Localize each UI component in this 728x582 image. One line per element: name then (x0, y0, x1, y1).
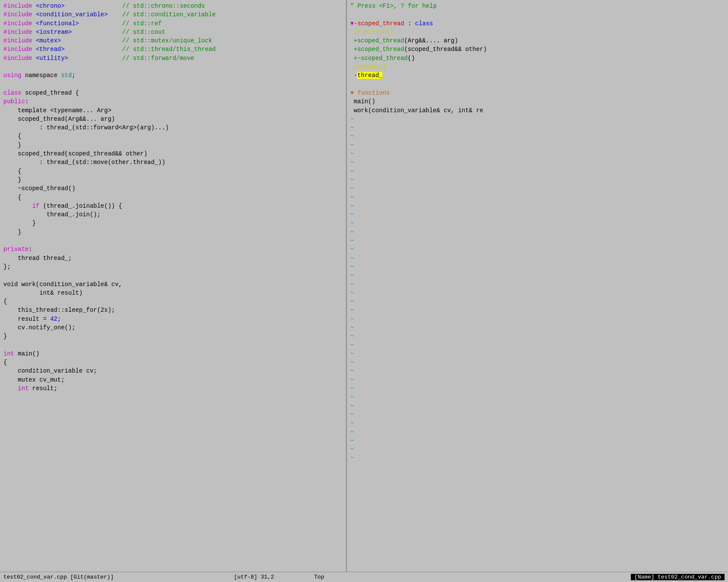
keyword: private (3, 246, 29, 253)
code-line: this_thread::sleep_for(2s); (3, 306, 343, 314)
tilde-line: ~ (350, 306, 725, 314)
code-line: }; (3, 263, 343, 271)
keyword: #include (3, 55, 36, 62)
right-pane[interactable]: " Press <F1>, ? for help ▼-scoped_thread… (347, 0, 728, 572)
keyword: using (3, 72, 21, 79)
code-line: } (3, 228, 343, 236)
code-line: #include <thread> // std::thread/this_th… (3, 45, 343, 54)
tilde-line: ~ (350, 393, 725, 401)
left-pane[interactable]: #include <chrono> // std::chrono::second… (0, 0, 347, 572)
include-file: <mutex> (36, 37, 61, 44)
tilde-line: ~ (350, 184, 725, 193)
include-file: <condition_variable> (36, 11, 108, 18)
function-main: main() (350, 97, 725, 106)
code-line: #include <iostream> // std::cout (3, 28, 343, 36)
tilde-line: ~ (350, 341, 725, 349)
tilde-line: ~ (350, 289, 725, 297)
comment: // std::forward/move (68, 55, 194, 62)
tilde-line: ~ (350, 158, 725, 167)
code-line (350, 80, 725, 89)
status-position: Top (314, 574, 324, 580)
code-line: public: (3, 97, 343, 106)
keyword: #include (3, 29, 36, 36)
code-line: } (3, 332, 343, 340)
keyword: int (18, 385, 29, 392)
code-line: scoped_thread(scoped_thread&& other) (3, 149, 343, 158)
include-file: <chrono> (36, 3, 65, 9)
status-encoding: [utf-8] 31,2 (234, 574, 274, 580)
namespace-name: std (61, 72, 72, 79)
status-right: [Name] test02_cond_var.cpp (631, 574, 725, 580)
include-file: <utility> (36, 55, 69, 62)
code-line: { (3, 132, 343, 140)
code-line: #include <chrono> // std::chrono::second… (3, 2, 343, 10)
keyword: #include (3, 46, 36, 53)
code-line: { (3, 358, 343, 367)
functions-header: ▼ functions (350, 89, 725, 97)
code-line: } (3, 141, 343, 149)
keyword: class (3, 90, 21, 96)
code-line: : thread_(std::forward<Arg>(arg)...) (3, 123, 343, 132)
code-line: thread_.join(); (3, 210, 343, 219)
code-line: mutex cv_mut; (3, 376, 343, 384)
include-file: <iostream> (36, 29, 72, 36)
function-work: work(condition_variable& cv, int& re (350, 106, 725, 115)
tilde-line: ~ (350, 210, 725, 219)
code-line (3, 341, 343, 349)
tilde-line: ~ (350, 367, 725, 375)
code-line: #include <utility> // std::forward/move (3, 54, 343, 63)
editor-container: #include <chrono> // std::chrono::second… (0, 0, 728, 572)
code-line: } (3, 219, 343, 227)
tree-destructor: +~scoped_thread() (350, 54, 725, 63)
tilde-line: ~ (350, 132, 725, 140)
status-bar: test02_cond_var.cpp [Git(master)] [utf-8… (0, 572, 728, 582)
code-line: private: (3, 245, 343, 254)
tilde-line: ~ (350, 349, 725, 358)
tilde-line: ~ (350, 402, 725, 410)
code-line: } (3, 176, 343, 184)
code-line (3, 271, 343, 280)
tilde-line: ~ (350, 419, 725, 427)
keyword: #include (3, 11, 36, 18)
code-line: void work(condition_variable& cv, (3, 280, 343, 289)
tilde-line: ~ (350, 454, 725, 462)
tilde-line: ~ (350, 436, 725, 445)
code-line: #include <functional> // std::ref (3, 19, 343, 28)
code-line (3, 236, 343, 245)
code-line: result = 42; (3, 315, 343, 323)
code-line: int& result) (3, 289, 343, 297)
tree-member-thread: -thread_ (350, 71, 725, 80)
tilde-line: ~ (350, 219, 725, 227)
tilde-line: ~ (350, 236, 725, 245)
code-line (3, 63, 343, 71)
number-literal: 42 (50, 316, 57, 322)
tree-members-bracket: [members] (350, 63, 725, 71)
code-line: scoped_thread(Arg&&... arg) (3, 115, 343, 123)
tree-constructor1: +scoped_thread(Arg&&.... arg) (350, 36, 725, 45)
code-line: template <typename... Arg> (3, 106, 343, 115)
help-line: " Press <F1>, ? for help (350, 2, 725, 10)
tree-functions-bracket: [functions] (350, 28, 725, 36)
code-line: cv.notify_one(); (3, 323, 343, 332)
tilde-line: ~ (350, 332, 725, 340)
code-line: using namespace std; (3, 71, 343, 80)
tilde-line: ~ (350, 323, 725, 332)
code-line: #include <mutex> // std::mutex/unique_lo… (3, 36, 343, 45)
code-line: thread thread_; (3, 254, 343, 263)
tilde-line: ~ (350, 254, 725, 263)
include-file: <functional> (36, 20, 79, 27)
comment: // std::cout (72, 29, 165, 36)
tilde-line: ~ (350, 141, 725, 149)
status-file: test02_cond_var.cpp [Git(master)] (3, 574, 113, 580)
keyword: #include (3, 20, 36, 27)
code-line: if (thread_.joinable()) { (3, 202, 343, 210)
tilde-line: ~ (350, 149, 725, 158)
code-line: : thread_(std::move(other.thread_)) (3, 158, 343, 167)
code-line (350, 10, 725, 19)
tilde-line: ~ (350, 410, 725, 419)
code-line: { (3, 193, 343, 202)
tilde-line: ~ (350, 428, 725, 436)
tilde-line: ~ (350, 445, 725, 454)
keyword: public (3, 98, 25, 105)
tilde-line: ~ (350, 271, 725, 280)
